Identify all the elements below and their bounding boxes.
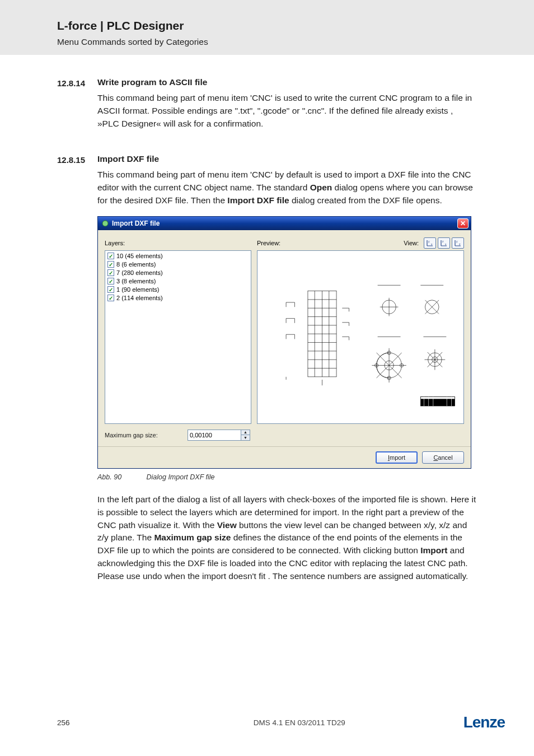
checkbox-icon[interactable]: ✓ — [107, 295, 114, 301]
page-subheading: Menu Commands sorted by Categories — [57, 37, 534, 47]
layer-item[interactable]: ✓7 (280 elements) — [107, 269, 249, 277]
layer-label: 8 (6 elements) — [116, 261, 156, 268]
layer-item[interactable]: ✓3 (8 elements) — [107, 277, 249, 286]
spin-up-icon[interactable]: ▲ — [241, 430, 250, 436]
layer-item[interactable]: ✓8 (6 elements) — [107, 260, 249, 269]
dialog-icon — [101, 220, 109, 227]
section-number: 12.8.15 — [57, 154, 97, 583]
gap-field[interactable] — [188, 430, 241, 440]
view-xy-button[interactable]: yx — [424, 237, 436, 249]
svg-text:x: x — [445, 242, 447, 246]
section-number: 12.8.14 — [57, 77, 97, 130]
checkbox-icon[interactable]: ✓ — [107, 278, 114, 284]
layers-list[interactable]: ✓10 (45 elements) ✓8 (6 elements) ✓7 (28… — [105, 250, 251, 424]
section-text-post: In the left part of the dialog a list of… — [97, 493, 477, 584]
svg-text:y: y — [456, 240, 458, 243]
checkbox-icon[interactable]: ✓ — [107, 286, 114, 293]
cancel-button[interactable]: Cancel — [422, 451, 464, 464]
page-header: L-force | PLC Designer Menu Commands sor… — [0, 0, 534, 55]
checkbox-icon[interactable]: ✓ — [107, 261, 114, 268]
spin-down-icon[interactable]: ▼ — [241, 435, 250, 440]
dialog-screenshot: Import DXF file ✕ Layers: ✓10 (45 elemen… — [97, 216, 477, 469]
layer-label: 1 (90 elements) — [116, 286, 159, 293]
page-title: L-force | PLC Designer — [57, 19, 534, 32]
layer-label: 2 (114 elements) — [116, 295, 163, 301]
svg-text:x: x — [431, 242, 433, 246]
section-text-pre: This command being part of menu item 'CN… — [97, 169, 477, 207]
document-id: DMS 4.1 EN 03/2011 TD29 — [135, 718, 463, 727]
view-zy-button[interactable]: yz — [452, 237, 464, 249]
section-12-8-14: 12.8.14 Write program to ASCII file This… — [57, 77, 477, 130]
layers-label: Layers: — [105, 240, 125, 246]
section-12-8-15: 12.8.15 Import DXF file This command bei… — [57, 154, 477, 583]
checkbox-icon[interactable]: ✓ — [107, 253, 114, 259]
layer-label: 3 (8 elements) — [116, 278, 156, 284]
close-icon[interactable]: ✕ — [457, 218, 469, 228]
layer-label: 10 (45 elements) — [116, 253, 163, 259]
page-footer: 256 DMS 4.1 EN 03/2011 TD29 Lenze — [0, 713, 534, 731]
caption-text: Dialog Import DXF file — [146, 473, 214, 481]
figure-caption: Abb. 90 Dialog Import DXF file — [97, 473, 477, 481]
section-text: This command being part of menu item 'CN… — [97, 92, 477, 130]
layer-item[interactable]: ✓10 (45 elements) — [107, 252, 249, 260]
caption-label: Abb. 90 — [97, 473, 144, 481]
view-label: View: — [404, 240, 419, 246]
svg-text:y: y — [428, 240, 430, 243]
gap-label: Maximum gap size: — [105, 432, 188, 438]
lenze-logo: Lenze — [463, 713, 505, 731]
dialog-titlebar: Import DXF file ✕ — [98, 217, 471, 230]
page-number: 256 — [57, 718, 135, 727]
section-title: Import DXF file — [97, 154, 477, 164]
layer-item[interactable]: ✓1 (90 elements) — [107, 286, 249, 294]
import-button[interactable]: Import — [376, 451, 418, 464]
gap-input[interactable]: ▲ ▼ — [188, 430, 250, 441]
section-title: Write program to ASCII file — [97, 77, 477, 87]
layer-label: 7 (280 elements) — [116, 269, 163, 276]
svg-text:z: z — [459, 242, 461, 246]
layer-item[interactable]: ✓2 (114 elements) — [107, 294, 249, 302]
svg-rect-49 — [420, 396, 455, 399]
dialog-title: Import DXF file — [112, 220, 457, 227]
view-xz-button[interactable]: zx — [438, 237, 450, 249]
preview-canvas — [257, 250, 464, 424]
preview-label: Preview: — [257, 240, 280, 246]
checkbox-icon[interactable]: ✓ — [107, 269, 114, 276]
svg-point-0 — [102, 221, 108, 226]
svg-text:z: z — [442, 240, 444, 243]
